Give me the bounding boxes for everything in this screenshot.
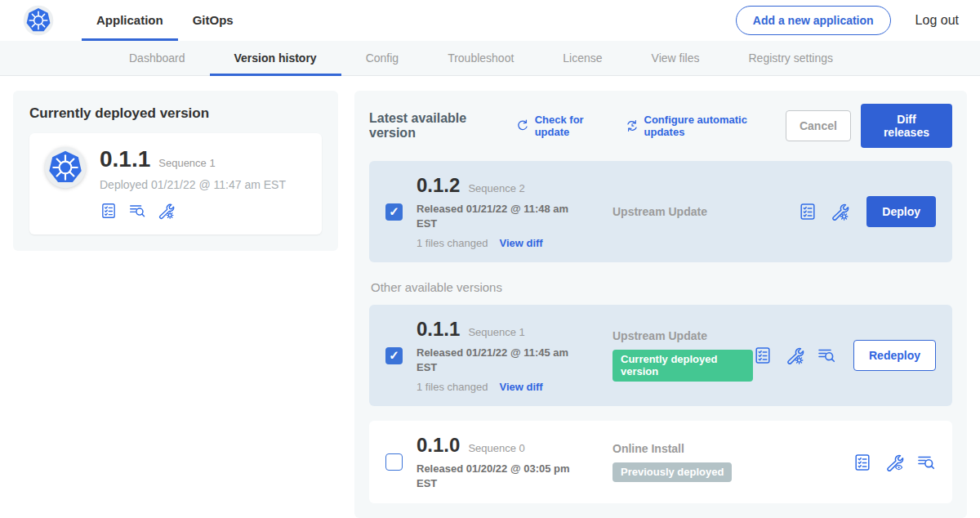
topnav-tab-gitops[interactable]: GitOps [178,0,248,41]
previously-deployed-badge: Previously deployed [612,462,732,482]
refresh-icon [515,118,530,133]
tab-registry-settings[interactable]: Registry settings [724,41,857,76]
version-number: 0.1.2 [416,174,460,197]
main-content: Currently deployed version 0.1.1 Sequenc… [0,76,980,518]
deployed-version-card: 0.1.1 Sequence 1 Deployed 01/21/22 @ 11:… [29,133,322,234]
version-number: 0.1.0 [416,434,460,457]
files-changed-label: 1 files changed [416,237,488,249]
version-number: 0.1.1 [416,318,460,341]
view-config-wrench-eye-icon[interactable] [884,453,904,472]
tab-dashboard[interactable]: Dashboard [105,41,210,76]
logout-button[interactable]: Log out [915,13,959,28]
sequence-label: Sequence 0 [468,442,524,454]
currently-deployed-badge: Currently deployed version [612,350,753,382]
topnav-tab-application[interactable]: Application [82,0,178,41]
add-new-application-button[interactable]: Add a new application [736,6,891,35]
preflight-checklist-icon[interactable] [100,202,118,220]
version-checkbox[interactable] [385,453,403,471]
released-timestamp: Released 01/21/22 @ 11:48 am EST [416,202,586,230]
tab-view-files[interactable]: View files [627,41,724,76]
check-for-update-label: Check for update [535,114,610,138]
deployed-version-number: 0.1.1 [100,146,150,172]
scheduled-update-icon [625,118,639,133]
app-subnav: Dashboard Version history Config Trouble… [0,41,980,76]
app-kubernetes-logo-icon [44,146,87,189]
version-source-label: Upstream Update [612,329,753,342]
view-diff-link[interactable]: View diff [499,381,542,393]
version-checkbox[interactable]: ✓ [385,347,403,364]
release-notes-search-icon[interactable] [916,453,936,472]
kubernetes-logo-icon [23,5,54,36]
tab-troubleshoot[interactable]: Troubleshoot [423,41,538,76]
version-history-panel: Latest available version Check for updat… [354,91,967,518]
other-available-versions-title: Other available versions [371,280,951,294]
tab-version-history[interactable]: Version history [210,41,341,76]
release-notes-search-icon[interactable] [128,202,146,220]
released-timestamp: Released 01/21/22 @ 11:45 am EST [416,346,586,374]
redeploy-button[interactable]: Redeploy [853,340,936,371]
preflight-checklist-icon[interactable] [853,453,872,472]
diff-releases-button[interactable]: Diff releases [861,104,952,148]
check-for-update-link[interactable]: Check for update [515,114,610,138]
version-row-0-1-0: 0.1.0 Sequence 0 Released 01/20/22 @ 03:… [369,421,952,503]
deployed-sequence-label: Sequence 1 [158,157,215,169]
version-source-label: Online Install [612,442,853,455]
sequence-label: Sequence 2 [468,182,524,194]
edit-config-wrench-gear-icon[interactable] [830,202,849,221]
edit-config-wrench-gear-icon[interactable] [157,202,175,220]
currently-deployed-title: Currently deployed version [29,105,322,122]
cancel-button[interactable]: Cancel [786,110,851,141]
files-changed-label: 1 files changed [416,381,488,393]
sequence-label: Sequence 1 [468,326,524,338]
tab-license[interactable]: License [538,41,626,76]
configure-automatic-updates-link[interactable]: Configure automatic updates [625,114,773,138]
version-source-label: Upstream Update [612,205,798,218]
view-diff-link[interactable]: View diff [499,237,542,249]
preflight-checklist-icon[interactable] [798,202,817,221]
version-row-0-1-2: ✓ 0.1.2 Sequence 2 Released 01/21/22 @ 1… [369,161,952,262]
deployed-timestamp: Deployed 01/21/22 @ 11:47 am EST [100,178,286,191]
latest-available-version-title: Latest available version [369,111,501,141]
tab-config[interactable]: Config [341,41,423,76]
currently-deployed-panel: Currently deployed version 0.1.1 Sequenc… [13,91,338,251]
deploy-button[interactable]: Deploy [866,196,936,227]
updates-header: Latest available version Check for updat… [369,104,952,148]
top-navbar: Application GitOps Add a new application… [0,0,980,41]
configure-automatic-updates-label: Configure automatic updates [644,114,773,138]
version-checkbox[interactable]: ✓ [385,203,403,221]
released-timestamp: Released 01/20/22 @ 03:05 pm EST [416,462,586,490]
edit-config-wrench-gear-icon[interactable] [785,346,804,365]
release-notes-search-icon[interactable] [817,346,836,365]
preflight-checklist-icon[interactable] [753,346,773,365]
version-row-0-1-1: ✓ 0.1.1 Sequence 1 Released 01/21/22 @ 1… [369,305,952,406]
